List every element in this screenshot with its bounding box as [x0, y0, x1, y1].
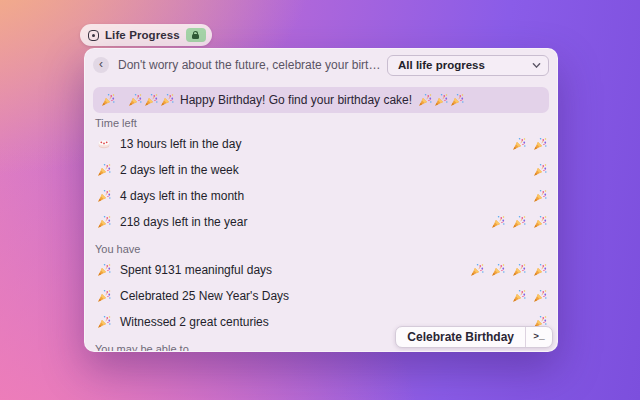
party-popper-icon: [418, 93, 432, 107]
terminal-prompt-button[interactable]: >_: [526, 327, 552, 347]
row-text: 4 days left in the month: [120, 189, 244, 203]
party-popper-icon: [97, 215, 111, 229]
row-text: 13 hours left in the day: [120, 137, 241, 151]
party-popper-icon: [533, 189, 547, 203]
party-popper-icon: [160, 93, 174, 107]
row-text: Celebrated 25 New Year's Days: [120, 289, 289, 303]
party-popper-icon: [533, 215, 547, 229]
dropdown-selected-value: All life progress: [398, 59, 532, 71]
party-popper-icon: [97, 315, 111, 329]
party-popper-icon: [512, 137, 526, 151]
banner-poppers-left: [101, 93, 174, 107]
section-label: Time left: [95, 117, 547, 131]
banner-poppers-right: [418, 93, 464, 107]
party-popper-icon: [533, 263, 547, 277]
party-popper-icon: [97, 163, 111, 177]
row-poppers: [512, 137, 547, 151]
party-popper-icon: [512, 215, 526, 229]
happy-birthday-banner: Happy Birthday! Go find your birthday ca…: [93, 87, 549, 113]
celebrate-birthday-button[interactable]: Celebrate Birthday: [396, 327, 525, 347]
back-chevron-icon: ‹: [99, 58, 103, 70]
row-poppers: [470, 263, 547, 277]
progress-row[interactable]: 4 days left in the month: [93, 183, 549, 209]
party-popper-icon: [97, 263, 111, 277]
chevron-down-icon: [532, 61, 541, 70]
party-popper-icon: [101, 93, 115, 107]
party-popper-icon: [470, 263, 484, 277]
party-popper-icon: [533, 137, 547, 151]
party-popper-icon: [533, 163, 547, 177]
party-popper-icon: [491, 263, 505, 277]
window-header: ‹ Don't worry about the future, celebrat…: [85, 49, 557, 81]
row-text: Witnessed 2 great centuries: [120, 315, 269, 329]
progress-row[interactable]: Celebrated 25 New Year's Days: [93, 283, 549, 309]
desktop-background: { "tab": { "app_label": "Life Progress",…: [0, 0, 640, 400]
party-popper-icon: [434, 93, 448, 107]
progress-filter-dropdown[interactable]: All life progress: [387, 55, 549, 76]
party-popper-icon: [491, 215, 505, 229]
section-label: You have: [95, 243, 547, 257]
row-poppers: [533, 189, 547, 203]
progress-row[interactable]: 2 days left in the week: [93, 157, 549, 183]
party-popper-icon: [97, 189, 111, 203]
row-text: 218 days left in the year: [120, 215, 247, 229]
window-title: Don't worry about the future, celebrate …: [118, 58, 387, 72]
progress-row[interactable]: 13 hours left in the day: [93, 131, 549, 157]
party-popper-icon: [533, 289, 547, 303]
party-popper-icon: [144, 93, 158, 107]
birthday-cake-icon: [97, 137, 111, 151]
app-icon: [88, 30, 99, 41]
celebrate-split-button: Celebrate Birthday >_: [395, 326, 553, 348]
progress-row[interactable]: 218 days left in the year: [93, 209, 549, 235]
app-tab-label: Life Progress: [105, 29, 180, 41]
row-poppers: [512, 289, 547, 303]
row-poppers: [533, 163, 547, 177]
banner-text: Happy Birthday! Go find your birthday ca…: [180, 93, 412, 107]
lock-badge: [186, 28, 206, 42]
party-popper-icon: [128, 93, 142, 107]
section-list: Time left13 hours left in the day2 days …: [85, 117, 557, 352]
party-popper-icon: [512, 289, 526, 303]
party-popper-icon: [97, 289, 111, 303]
progress-row[interactable]: Spent 9131 meaningful days: [93, 257, 549, 283]
party-popper-icon: [512, 263, 526, 277]
party-popper-icon: [450, 93, 464, 107]
back-button[interactable]: ‹: [93, 57, 109, 73]
app-window: ‹ Don't worry about the future, celebrat…: [84, 48, 558, 352]
row-text: Spent 9131 meaningful days: [120, 263, 272, 277]
app-tab[interactable]: Life Progress: [80, 24, 212, 46]
row-poppers: [491, 215, 547, 229]
row-text: 2 days left in the week: [120, 163, 239, 177]
